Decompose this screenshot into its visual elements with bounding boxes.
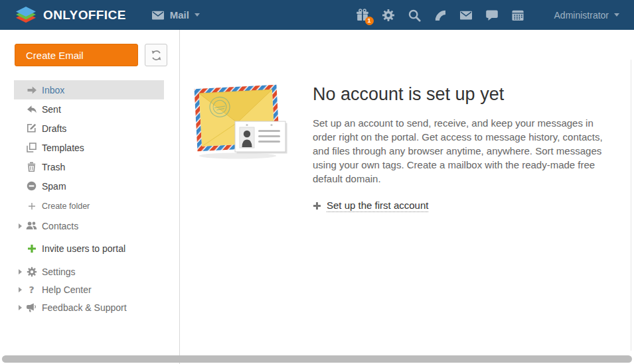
setup-first-account-link[interactable]: Set up the first account [313, 200, 428, 212]
setup-link-label: Set up the first account [327, 200, 428, 212]
feed-glyph [434, 9, 447, 22]
invite-users-label: Invite users to portal [42, 243, 125, 254]
feed-icon[interactable] [433, 8, 447, 23]
gift-icon[interactable]: 1 [355, 8, 370, 23]
sidebar-actions: Create Email [0, 44, 179, 66]
refresh-icon [151, 50, 162, 61]
sidebar-item-label: Help Center [42, 284, 92, 295]
compose-icon [26, 123, 37, 134]
mail-module-icon [151, 9, 165, 22]
sidebar-item-label: Spam [42, 181, 66, 192]
megaphone-icon [26, 302, 37, 313]
sidebar-item-spam[interactable]: Spam [0, 176, 179, 196]
sidebar-item-label: Trash [42, 162, 65, 172]
empty-state-panel: No account is set up yet Set up an accou… [313, 84, 618, 213]
mail-icon[interactable] [459, 8, 473, 23]
page-body: Create Email Inbox [0, 30, 634, 364]
folder-menu: Inbox Sent Drafts [0, 80, 179, 316]
sidebar-item-contacts[interactable]: Contacts [0, 216, 179, 235]
onlyoffice-logo-icon [15, 5, 37, 25]
top-navigation-bar: ONLYOFFICE Mail 1 [0, 0, 634, 30]
expand-caret-icon[interactable] [19, 223, 22, 229]
search-icon[interactable] [407, 8, 422, 23]
chat-bubble-glyph [485, 9, 499, 22]
main-content: No account is set up yet Set up an accou… [180, 30, 634, 364]
settings-icon[interactable] [381, 8, 396, 23]
sidebar-item-trash[interactable]: Trash [0, 157, 179, 176]
user-menu[interactable]: Administrator [554, 10, 619, 21]
magnifier-glyph [408, 9, 421, 22]
sidebar-item-label: Sent [42, 104, 61, 115]
block-icon [26, 180, 37, 192]
sidebar-item-inbox[interactable]: Inbox [14, 80, 164, 99]
chevron-down-icon [195, 13, 200, 17]
page-title: No account is set up yet [313, 84, 618, 105]
gift-badge: 1 [365, 17, 374, 25]
header-icon-row: 1 [355, 8, 525, 23]
sidebar-item-drafts[interactable]: Drafts [0, 119, 179, 138]
sidebar-item-help-center[interactable]: ? Help Center [0, 280, 179, 298]
module-selector[interactable]: Mail [151, 9, 200, 22]
brand-name: ONLYOFFICE [43, 8, 126, 23]
envelope-glyph [459, 9, 473, 22]
sidebar-item-label: Inbox [42, 85, 64, 95]
gear-glyph [382, 9, 395, 22]
module-label: Mail [170, 9, 189, 21]
envelope-illustration [194, 84, 288, 160]
create-folder-button[interactable]: Create folder [0, 198, 179, 215]
green-plus-icon [26, 243, 37, 254]
calendar-icon[interactable] [511, 8, 525, 23]
horizontal-scrollbar[interactable] [2, 355, 632, 363]
chevron-down-icon [614, 13, 619, 17]
sidebar-item-feedback-support[interactable]: Feedback & Support [0, 298, 179, 316]
sidebar-item-label: Contacts [42, 221, 78, 231]
create-folder-label: Create folder [42, 202, 90, 211]
talk-icon[interactable] [485, 8, 499, 23]
create-email-button[interactable]: Create Email [15, 44, 138, 66]
gear-icon [26, 266, 37, 277]
empty-state-description: Set up an account to send, receive, and … [313, 116, 618, 186]
sidebar-item-sent[interactable]: Sent [0, 99, 179, 119]
calendar-glyph [511, 9, 524, 22]
reply-arrow-icon [26, 103, 37, 115]
sidebar-item-label: Feedback & Support [42, 302, 127, 313]
mail-sidebar: Create Email Inbox [0, 30, 180, 364]
onlyoffice-logo[interactable]: ONLYOFFICE [15, 5, 126, 25]
plus-icon [26, 201, 37, 212]
expand-caret-icon[interactable] [19, 305, 22, 310]
sidebar-item-label: Drafts [42, 123, 66, 134]
sidebar-item-label: Settings [42, 267, 76, 277]
expand-caret-icon[interactable] [19, 269, 22, 274]
expand-caret-icon[interactable] [19, 287, 22, 292]
plus-icon [313, 202, 321, 210]
invite-users-button[interactable]: Invite users to portal [0, 239, 179, 258]
templates-icon [26, 142, 37, 153]
id-card-graphic [235, 121, 287, 154]
refresh-button[interactable] [145, 44, 167, 66]
sidebar-item-label: Templates [42, 143, 84, 153]
sidebar-item-templates[interactable]: Templates [0, 138, 179, 157]
content-right-edge [631, 60, 631, 351]
contacts-icon [26, 220, 37, 231]
arrow-right-icon [26, 84, 37, 95]
sidebar-item-settings[interactable]: Settings [0, 263, 179, 280]
question-mark-icon: ? [26, 284, 37, 295]
user-name: Administrator [554, 10, 609, 21]
trash-icon [26, 161, 37, 172]
